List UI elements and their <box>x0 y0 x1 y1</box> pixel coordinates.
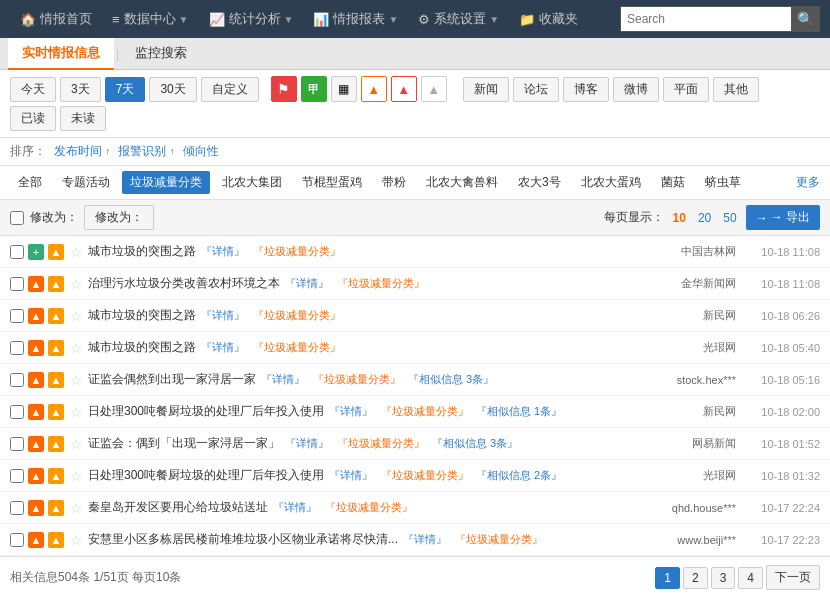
cat-all[interactable]: 全部 <box>10 171 50 194</box>
detail-tag[interactable]: 『详情』 <box>329 469 373 481</box>
row-checkbox[interactable] <box>10 405 24 419</box>
detail-tag[interactable]: 『详情』 <box>273 501 317 513</box>
article-link[interactable]: 证监会：偶到「出现一家浔居一家」 <box>88 436 280 450</box>
filter-print[interactable]: 平面 <box>663 77 709 102</box>
row-checkbox[interactable] <box>10 373 24 387</box>
cat-special[interactable]: 专题活动 <box>54 171 118 194</box>
star-icon[interactable]: ☆ <box>68 276 84 292</box>
page-4-button[interactable]: 4 <box>738 567 763 589</box>
row-checkbox[interactable] <box>10 501 24 515</box>
page-1-button[interactable]: 1 <box>655 567 680 589</box>
star-icon[interactable]: ☆ <box>68 404 84 420</box>
cat-ladybug[interactable]: 蛴虫草 <box>697 171 749 194</box>
article-link[interactable]: 安慧里小区多栋居民楼前堆堆垃圾小区物业承诺将尽快清... <box>88 532 398 546</box>
star-icon[interactable]: ☆ <box>68 436 84 452</box>
page-size-20[interactable]: 20 <box>695 210 714 226</box>
alert-icon[interactable]: ▲ <box>48 340 64 356</box>
nav-system[interactable]: ⚙ 系统设置 ▼ <box>408 0 509 38</box>
warn-icon[interactable]: + <box>28 244 44 260</box>
select-all-checkbox[interactable] <box>10 211 24 225</box>
star-icon[interactable]: ☆ <box>68 532 84 548</box>
alert-icon[interactable]: ▲ <box>48 468 64 484</box>
detail-tag[interactable]: 『详情』 <box>201 245 245 257</box>
cat-benda-egg[interactable]: 北农大蛋鸡 <box>573 171 649 194</box>
filter-30day[interactable]: 30天 <box>149 77 196 102</box>
row-checkbox[interactable] <box>10 341 24 355</box>
warn-icon[interactable]: ▲ <box>28 500 44 516</box>
modify-button[interactable]: 修改为： <box>84 205 154 230</box>
alert-icon[interactable]: ▲ <box>48 276 64 292</box>
filter-warn-red[interactable]: ▲ <box>391 76 417 102</box>
sort-pubtime[interactable]: 发布时间 ↑ <box>54 143 110 160</box>
filter-7day[interactable]: 7天 <box>105 77 146 102</box>
filter-read[interactable]: 已读 <box>10 106 56 131</box>
article-link[interactable]: 秦皇岛开发区要用心给垃圾站送址 <box>88 500 268 514</box>
filter-green-label[interactable]: 甲 <box>301 76 327 102</box>
star-icon[interactable]: ☆ <box>68 244 84 260</box>
alert-icon[interactable]: ▲ <box>48 244 64 260</box>
page-3-button[interactable]: 3 <box>711 567 736 589</box>
filter-red-flag[interactable]: ⚑ <box>271 76 297 102</box>
filter-news[interactable]: 新闻 <box>463 77 509 102</box>
row-checkbox[interactable] <box>10 533 24 547</box>
article-link[interactable]: 治理污水垃圾分类改善农村环境之本 <box>88 276 280 290</box>
warn-icon[interactable]: ▲ <box>28 532 44 548</box>
nav-home[interactable]: 🏠 情报首页 <box>10 0 102 38</box>
warn-icon[interactable]: ▲ <box>28 372 44 388</box>
warn-icon[interactable]: ▲ <box>28 276 44 292</box>
filter-warn-orange[interactable]: ▲ <box>361 76 387 102</box>
article-link[interactable]: 城市垃圾的突围之路 <box>88 340 196 354</box>
warn-icon[interactable]: ▲ <box>28 340 44 356</box>
cat-more[interactable]: 更多 <box>796 174 820 191</box>
cat-mushroom[interactable]: 菌菇 <box>653 171 693 194</box>
page-2-button[interactable]: 2 <box>683 567 708 589</box>
category-tag[interactable]: 『垃圾减量分类』 <box>313 373 401 385</box>
tab-monitor[interactable]: 监控搜索 <box>121 38 201 70</box>
row-checkbox[interactable] <box>10 245 24 259</box>
filter-today[interactable]: 今天 <box>10 77 56 102</box>
detail-tag[interactable]: 『详情』 <box>201 309 245 321</box>
star-icon[interactable]: ☆ <box>68 308 84 324</box>
nav-stats[interactable]: 📈 统计分析 ▼ <box>199 0 304 38</box>
search-input[interactable] <box>621 7 791 31</box>
cat-free-range[interactable]: 节棍型蛋鸡 <box>294 171 370 194</box>
filter-forum[interactable]: 论坛 <box>513 77 559 102</box>
sort-class[interactable]: 报警识别 ↑ <box>118 143 174 160</box>
export-button[interactable]: → → 导出 <box>746 205 820 230</box>
filter-blog[interactable]: 博客 <box>563 77 609 102</box>
filter-custom[interactable]: 自定义 <box>201 77 259 102</box>
nav-favorites[interactable]: 📁 收藏夹 <box>509 0 588 38</box>
page-size-50[interactable]: 50 <box>720 210 739 226</box>
filter-warn-gray[interactable]: ▲ <box>421 76 447 102</box>
category-tag[interactable]: 『垃圾减量分类』 <box>381 405 469 417</box>
detail-tag[interactable]: 『详情』 <box>201 341 245 353</box>
similar-tag[interactable]: 『相似信息 3条』 <box>432 437 518 449</box>
category-tag[interactable]: 『垃圾减量分类』 <box>325 501 413 513</box>
similar-tag[interactable]: 『相似信息 1条』 <box>476 405 562 417</box>
detail-tag[interactable]: 『详情』 <box>285 437 329 449</box>
warn-icon[interactable]: ▲ <box>28 436 44 452</box>
filter-other[interactable]: 其他 <box>713 77 759 102</box>
row-checkbox[interactable] <box>10 277 24 291</box>
star-icon[interactable]: ☆ <box>68 468 84 484</box>
sort-tendency[interactable]: 倾向性 <box>183 143 219 160</box>
warn-icon[interactable]: ▲ <box>28 308 44 324</box>
alert-icon[interactable]: ▲ <box>48 500 64 516</box>
category-tag[interactable]: 『垃圾减量分类』 <box>455 533 543 545</box>
article-link[interactable]: 日处理300吨餐厨垃圾的处理厂后年投入使用 <box>88 468 324 482</box>
cat-caifan[interactable]: 带粉 <box>374 171 414 194</box>
category-tag[interactable]: 『垃圾减量分类』 <box>253 341 341 353</box>
alert-icon[interactable]: ▲ <box>48 532 64 548</box>
similar-tag[interactable]: 『相似信息 2条』 <box>476 469 562 481</box>
filter-table[interactable]: ▦ <box>331 76 357 102</box>
warn-icon[interactable]: ▲ <box>28 468 44 484</box>
filter-weibo[interactable]: 微博 <box>613 77 659 102</box>
tab-realtime[interactable]: 实时情报信息 <box>8 38 114 70</box>
row-checkbox[interactable] <box>10 469 24 483</box>
row-checkbox[interactable] <box>10 309 24 323</box>
category-tag[interactable]: 『垃圾减量分类』 <box>381 469 469 481</box>
nav-report[interactable]: 📊 情报报表 ▼ <box>303 0 408 38</box>
star-icon[interactable]: ☆ <box>68 372 84 388</box>
star-icon[interactable]: ☆ <box>68 500 84 516</box>
warn-icon[interactable]: ▲ <box>28 404 44 420</box>
